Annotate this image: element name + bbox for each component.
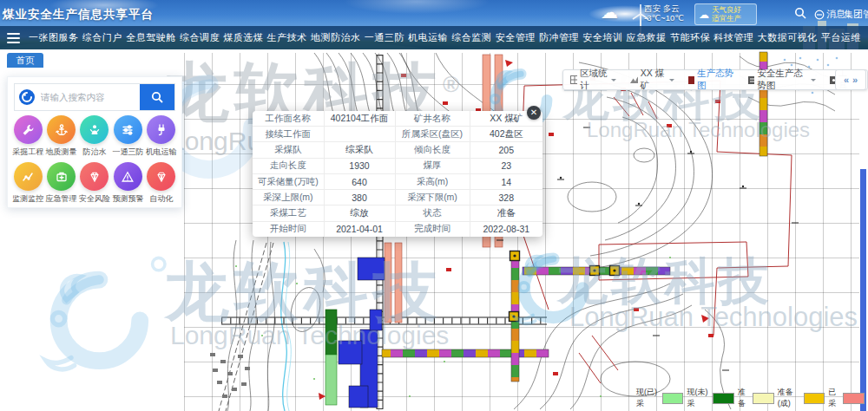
nav-item[interactable]: 平台运维 bbox=[819, 31, 863, 44]
map-toolbar: 区域统计 XX 煤矿 生产态势图 安全生产态势图 工具 bbox=[562, 69, 868, 90]
legend-label: 现(已)采 bbox=[636, 387, 661, 409]
gem-icon bbox=[147, 162, 175, 191]
launcher-item-yujing[interactable]: 预测预警 bbox=[111, 162, 144, 205]
table-row: 采煤工艺综放 状态准备 bbox=[253, 206, 542, 221]
map-edge-feature bbox=[860, 169, 866, 411]
close-icon[interactable]: ✕ bbox=[527, 106, 541, 120]
launcher-item-zidonghua[interactable]: 自动化 bbox=[145, 162, 178, 205]
anchor-icon bbox=[47, 115, 76, 144]
nav-item[interactable]: 安全管理 bbox=[494, 31, 537, 44]
nav-item[interactable]: 综合调度 bbox=[178, 31, 221, 44]
mountain-chart-icon bbox=[630, 75, 638, 84]
chart-icon bbox=[14, 162, 43, 191]
workface-info-popup: ✕ 工作面名称402104工作面 矿井名称XX 煤矿 接续工作面 所属采区(盘区… bbox=[253, 111, 542, 237]
launcher-item-fengxian[interactable]: 安全风险 bbox=[78, 162, 111, 205]
hamburger-menu-icon[interactable] bbox=[7, 30, 20, 46]
collapse-right-icon[interactable]: » bbox=[852, 75, 858, 85]
toolbar-region-stats[interactable]: 区域统计 bbox=[563, 70, 623, 89]
table-row: 走向长度1930 煤厚23 bbox=[253, 158, 542, 173]
launcher-item-yitongsanfang[interactable]: 一通三防 bbox=[111, 115, 144, 158]
wrench-icon bbox=[14, 115, 43, 144]
nav-item[interactable]: 机电运输 bbox=[406, 31, 450, 44]
table-row: 可采储量(万吨)640 采高(m)14 bbox=[253, 173, 542, 189]
nav-item[interactable]: 综合监测 bbox=[450, 31, 493, 44]
app-title: 煤业安全生产信息共享平台 bbox=[3, 7, 154, 23]
map-layer-icon bbox=[688, 76, 694, 84]
legend-label: 准备 bbox=[738, 387, 751, 409]
launcher-item-caijue[interactable]: 采掘工程 bbox=[11, 115, 44, 158]
warning-icon bbox=[114, 162, 142, 191]
weather-city-temp: 西安 多云 -3℃~10℃ bbox=[644, 4, 684, 23]
search-icon bbox=[151, 91, 163, 103]
launcher-item-jidian[interactable]: 机电运输 bbox=[145, 115, 178, 158]
nav-item[interactable]: 综合门户 bbox=[81, 31, 124, 44]
toolbar-mine-select[interactable]: XX 煤矿 bbox=[623, 70, 681, 89]
legend-swatch bbox=[843, 393, 865, 404]
current-user[interactable]: 集团管理员 bbox=[844, 8, 868, 21]
table-row: 采煤队综采队 倾向长度205 bbox=[253, 142, 542, 158]
nav-item[interactable]: 科技管理 bbox=[712, 31, 755, 44]
search-box bbox=[14, 83, 175, 111]
sliders-icon bbox=[114, 115, 142, 144]
table-row: 开始时间2021-04-01 完成时间2022-08-31 bbox=[253, 221, 542, 237]
messages-button[interactable]: 消息 bbox=[814, 8, 845, 21]
legend-label: 现(未)采 bbox=[687, 387, 711, 409]
table-row: 接续工作面 所属采区(盘区)402盘区 bbox=[253, 127, 542, 142]
search-icon[interactable] bbox=[794, 7, 806, 19]
map-layer-icon bbox=[748, 76, 754, 84]
nav-item[interactable]: 节能环保 bbox=[668, 31, 712, 44]
nav-item[interactable]: 全息驾驶舱 bbox=[124, 31, 178, 44]
longruan-logo-icon bbox=[18, 88, 36, 106]
weather-vehicle-icon: ☁ bbox=[699, 9, 709, 21]
person-icon bbox=[80, 115, 108, 144]
toolbar-production-map[interactable]: 生产态势图 bbox=[681, 70, 741, 89]
table-row: 采深上限(m)380 采深下限(m)328 bbox=[253, 190, 542, 206]
main-nav: 一张图服务 综合门户 全息驾驶舱 综合调度 煤质选煤 生产技术 地测防治水 一通… bbox=[0, 26, 868, 49]
legend-swatch bbox=[804, 393, 825, 404]
plug-icon bbox=[147, 115, 175, 144]
legend-swatch bbox=[753, 393, 774, 404]
launcher-item-fangzhishui[interactable]: 防治水 bbox=[78, 115, 111, 158]
collapse-left-icon[interactable]: « bbox=[844, 75, 849, 85]
search-button[interactable] bbox=[140, 84, 174, 110]
legend-swatch bbox=[662, 393, 684, 404]
nav-item[interactable]: 煤质选煤 bbox=[221, 31, 265, 44]
launcher-item-jiance[interactable]: 监测监控 bbox=[11, 162, 44, 205]
search-input[interactable] bbox=[39, 91, 140, 103]
medkit-icon bbox=[47, 162, 76, 191]
weather-status-widget[interactable]: ☁ 天气良好 适宜生产 bbox=[694, 3, 757, 25]
chevron-down-icon bbox=[611, 79, 616, 84]
nav-item[interactable]: 地测防治水 bbox=[309, 31, 363, 44]
cloud-icon: ☁ bbox=[601, 2, 618, 23]
nav-item[interactable]: 大数据可视化 bbox=[756, 31, 819, 44]
nav-item[interactable]: 一通三防 bbox=[363, 31, 406, 44]
nav-item[interactable]: 安全培训 bbox=[581, 31, 624, 44]
gem-icon bbox=[80, 162, 108, 191]
message-icon bbox=[814, 10, 825, 20]
longruan-dragon-logo bbox=[24, 245, 181, 401]
legend-label: 已采 bbox=[828, 387, 841, 409]
nav-item[interactable]: 应急救援 bbox=[625, 31, 668, 44]
legend-label: 准备(成) bbox=[778, 387, 802, 409]
quick-launch-panel: 采掘工程 地质测量 防治水 bbox=[7, 76, 182, 208]
chevron-down-icon bbox=[669, 79, 674, 84]
launcher-item-dizhi[interactable]: 地质测量 bbox=[44, 115, 77, 158]
nav-item[interactable]: 一张图服务 bbox=[27, 31, 81, 44]
nav-item[interactable]: 防冲管理 bbox=[537, 31, 581, 44]
chevron-down-icon bbox=[811, 79, 816, 84]
nav-item[interactable]: 生产技术 bbox=[266, 31, 309, 44]
panel-toggle-controls[interactable]: « » bbox=[835, 69, 866, 90]
map-legend: 现(已)采 现(未)采 准备 准备(成) 已采 bbox=[636, 387, 868, 409]
launcher-item-yingji[interactable]: 应急管理 bbox=[44, 162, 77, 205]
grid-icon bbox=[570, 75, 577, 84]
toolbar-safety-production-map[interactable]: 安全生产态势图 bbox=[741, 70, 823, 89]
legend-swatch bbox=[713, 393, 734, 404]
table-row: 工作面名称402104工作面 矿井名称XX 煤矿 bbox=[253, 111, 542, 127]
tab-home[interactable]: 首页 bbox=[7, 53, 43, 68]
